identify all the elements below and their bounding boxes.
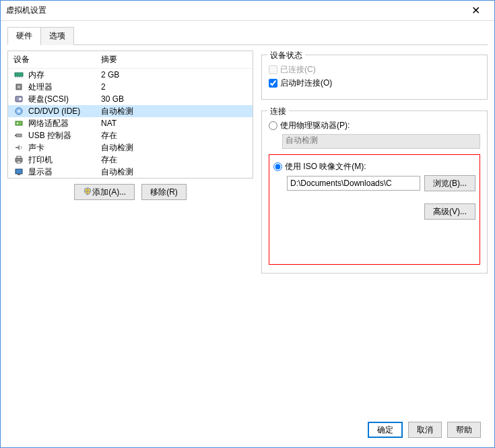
physical-sub: 自动检测 [282,134,480,149]
use-iso-row[interactable]: 使用 ISO 映像文件(M): [273,161,475,172]
device-summary: NAT [101,119,117,128]
svg-rect-16 [17,156,21,158]
titlebar: 虚拟机设置 ✕ [1,1,494,21]
tab-bar: 硬件 选项 [7,26,488,45]
highlight-box: 使用 ISO 映像文件(M): 浏览(B)... 高级(V)... [269,154,480,265]
device-summary: 自动检测 [101,166,133,178]
device-panel: 设备 摘要 内存2 GB处理器2硬盘(SCSI)30 GBCD/DVD (IDE… [7,51,253,179]
use-iso-radio[interactable] [273,162,282,171]
net-icon [13,119,24,128]
browse-button[interactable]: 浏览(B)... [424,175,475,191]
disk-icon [13,94,24,104]
device-summary: 存在 [101,130,117,141]
window-title: 虚拟机设置 [6,5,462,16]
device-buttons: 添加(A)... 移除(R) [7,179,253,205]
connect-on-power-row[interactable]: 启动时连接(O) [269,77,480,89]
svg-rect-12 [17,123,18,124]
right-panel: 设备状态 已连接(C) 启动时连接(O) 连接 使用物理驱动器(P): [261,51,488,415]
svg-rect-3 [20,76,20,77]
close-icon[interactable]: ✕ [462,4,489,17]
client-area: 硬件 选项 设备 摘要 内存2 GB处理器2硬盘(SCSI)30 GBCD/DV… [1,21,494,447]
advanced-row: 高级(V)... [273,203,475,220]
svg-rect-11 [15,121,22,125]
device-name: 显示器 [28,166,101,178]
tab-options[interactable]: 选项 [40,27,74,45]
use-iso-label: 使用 ISO 映像文件(M): [285,161,366,172]
memory-icon [13,70,24,79]
cpu-icon [13,82,24,92]
device-name: 网络适配器 [28,118,101,129]
device-name: CD/DVD (IDE) [28,106,101,116]
physical-drive-dropdown: 自动检测 [282,134,480,149]
device-row-cpu[interactable]: 处理器2 [8,81,253,93]
connected-checkbox [269,65,277,74]
connected-label: 已连接(C) [280,64,316,75]
svg-point-10 [18,110,20,113]
left-side: 设备 摘要 内存2 GB处理器2硬盘(SCSI)30 GBCD/DVD (IDE… [7,51,253,415]
device-summary: 存在 [101,154,117,166]
col-summary: 摘要 [101,54,117,65]
svg-rect-0 [15,73,23,76]
connection-group: 连接 使用物理驱动器(P): 自动检测 使用 ISO 映像文件(M): [261,110,488,274]
col-device: 设备 [13,54,101,65]
use-physical-label: 使用物理驱动器(P): [280,120,350,131]
connected-row: 已连接(C) [269,64,480,75]
device-summary: 30 GB [101,94,124,104]
svg-rect-18 [15,169,22,174]
device-row-printer[interactable]: 打印机存在 [8,154,253,166]
svg-rect-17 [17,161,21,163]
svg-rect-4 [22,76,22,77]
svg-rect-13 [16,134,22,137]
device-name: 打印机 [28,154,101,166]
device-status-legend: 设备状态 [267,50,305,61]
use-physical-row[interactable]: 使用物理驱动器(P): [269,120,480,131]
svg-point-8 [19,98,22,100]
device-status-group: 设备状态 已连接(C) 启动时连接(O) [261,55,488,100]
display-icon [13,167,24,177]
help-button[interactable]: 帮助 [447,422,481,438]
device-row-memory[interactable]: 内存2 GB [8,69,253,81]
content-area: 设备 摘要 内存2 GB处理器2硬盘(SCSI)30 GBCD/DVD (IDE… [7,45,488,415]
add-button[interactable]: 添加(A)... [74,184,135,200]
add-label: 添加(A)... [92,187,126,198]
device-summary: 2 [101,82,106,92]
device-summary: 自动检测 [101,106,133,117]
tab-hardware[interactable]: 硬件 [7,27,41,45]
device-row-sound[interactable]: 声卡自动检测 [8,141,253,154]
shield-icon [83,187,92,197]
device-list-header: 设备 摘要 [8,51,253,69]
device-list: 内存2 GB处理器2硬盘(SCSI)30 GBCD/DVD (IDE)自动检测网… [8,69,253,178]
dialog-footer: 确定 取消 帮助 [7,415,488,445]
device-name: 硬盘(SCSI) [28,94,101,105]
iso-path-input[interactable] [287,176,420,191]
remove-button[interactable]: 移除(R) [141,184,187,200]
device-name: 处理器 [28,82,101,93]
printer-icon [13,155,24,164]
connect-on-power-checkbox[interactable] [269,79,277,88]
ok-button[interactable]: 确定 [368,422,403,438]
use-physical-radio[interactable] [269,121,277,130]
usb-icon [13,131,24,140]
device-row-cd[interactable]: CD/DVD (IDE)自动检测 [8,105,253,117]
sound-icon [13,143,24,152]
device-name: USB 控制器 [28,130,101,141]
device-summary: 自动检测 [101,142,133,154]
svg-rect-14 [15,135,16,136]
cancel-button[interactable]: 取消 [408,422,442,438]
device-row-display[interactable]: 显示器自动检测 [8,166,253,178]
iso-sub: 浏览(B)... [287,175,475,191]
connection-legend: 连接 [267,106,289,117]
device-row-net[interactable]: 网络适配器NAT [8,117,253,129]
connect-on-power-label: 启动时连接(O) [280,77,332,89]
device-row-disk[interactable]: 硬盘(SCSI)30 GB [8,93,253,105]
device-row-usb[interactable]: USB 控制器存在 [8,129,253,141]
device-summary: 2 GB [101,70,119,79]
svg-rect-2 [18,76,18,77]
vm-settings-window: 虚拟机设置 ✕ 硬件 选项 设备 摘要 内存2 GB处理器2硬盘(SCSI)30… [0,0,495,448]
device-name: 内存 [28,69,101,81]
svg-rect-19 [18,174,20,175]
advanced-button[interactable]: 高级(V)... [424,203,475,220]
auto-detect-value: 自动检测 [286,135,318,145]
svg-rect-1 [15,76,16,77]
cd-icon [13,106,24,116]
